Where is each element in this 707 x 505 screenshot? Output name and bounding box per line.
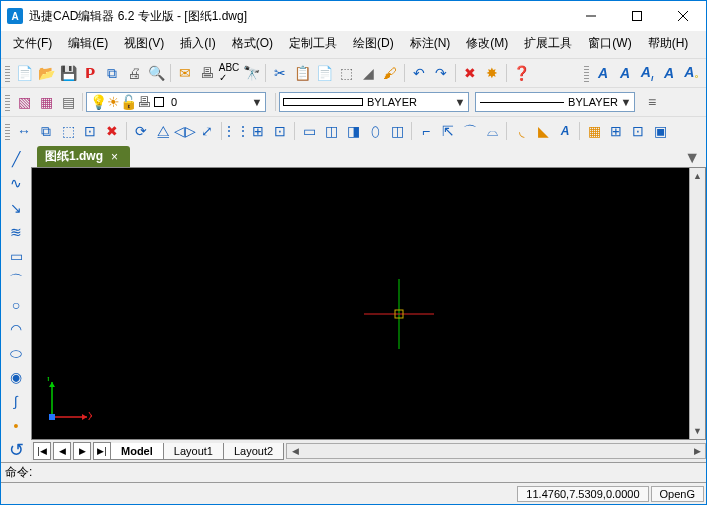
tab-nav-prev-icon[interactable]: ◀ <box>53 442 71 460</box>
array-path-icon[interactable]: ⊞ <box>247 120 269 142</box>
point-icon[interactable]: • <box>5 416 27 436</box>
construction-line-icon[interactable]: ↘ <box>5 197 27 217</box>
cube-icon[interactable]: ◫ <box>320 120 342 142</box>
copy-icon[interactable]: 📋 <box>291 62 313 84</box>
box3d-icon[interactable]: ▭ <box>298 120 320 142</box>
edit-hatch-icon[interactable]: ▦ <box>583 120 605 142</box>
undo-icon[interactable]: ↶ <box>408 62 430 84</box>
grip-edit-icon[interactable]: ⊡ <box>79 120 101 142</box>
delete2-icon[interactable]: ✖ <box>101 120 123 142</box>
scroll-left-icon[interactable]: ◀ <box>287 444 303 458</box>
toolbar-grip[interactable] <box>5 122 10 140</box>
menu-format[interactable]: 格式(O) <box>224 33 281 54</box>
multiline-icon[interactable]: ≋ <box>5 222 27 242</box>
command-line[interactable]: 命令: <box>1 462 706 482</box>
array-rect-icon[interactable]: ⋮⋮ <box>225 120 247 142</box>
scale-icon[interactable]: ⤢ <box>196 120 218 142</box>
menu-window[interactable]: 窗口(W) <box>580 33 639 54</box>
refresh-icon[interactable]: ↺ <box>5 440 27 460</box>
tab-layout2[interactable]: Layout2 <box>223 443 284 460</box>
clear-icon[interactable]: ◢ <box>357 62 379 84</box>
menu-draw[interactable]: 绘图(D) <box>345 33 402 54</box>
join-icon[interactable]: ⌓ <box>481 120 503 142</box>
tab-layout1[interactable]: Layout1 <box>163 443 224 460</box>
vertical-scrollbar[interactable]: ▲ ▼ <box>689 168 705 439</box>
save-all-icon[interactable]: ⧉ <box>101 62 123 84</box>
mirror2-icon[interactable]: ◁▷ <box>174 120 196 142</box>
publish-icon[interactable]: 🖶 <box>196 62 218 84</box>
menu-dimension[interactable]: 标注(N) <box>402 33 459 54</box>
menu-modify[interactable]: 修改(M) <box>458 33 516 54</box>
explode-icon[interactable]: ✸ <box>481 62 503 84</box>
menu-help[interactable]: 帮助(H) <box>640 33 697 54</box>
tab-nav-next-icon[interactable]: ▶ <box>73 442 91 460</box>
print-preview-icon[interactable]: 🔍 <box>145 62 167 84</box>
tab-nav-last-icon[interactable]: ▶| <box>93 442 111 460</box>
spellcheck-icon[interactable]: ABC✓ <box>218 62 240 84</box>
circle-icon[interactable]: ○ <box>5 294 27 314</box>
edit-attr-icon[interactable]: ⊡ <box>627 120 649 142</box>
close-tab-icon[interactable]: × <box>111 150 118 164</box>
edit-block-icon[interactable]: ⊞ <box>605 120 627 142</box>
menu-view[interactable]: 视图(V) <box>116 33 172 54</box>
layer-combo[interactable]: 💡 ☀ 🔓 🖶 0 ▼ <box>86 92 266 112</box>
wedge-icon[interactable]: ◨ <box>342 120 364 142</box>
move-icon[interactable]: ↔ <box>13 120 35 142</box>
layer-manager-icon[interactable]: ▧ <box>13 91 35 113</box>
toolbar-grip[interactable] <box>5 64 10 82</box>
cone-icon[interactable]: ◫ <box>386 120 408 142</box>
extend-icon[interactable]: ⇱ <box>437 120 459 142</box>
cylinder-icon[interactable]: ⬯ <box>364 120 386 142</box>
maximize-button[interactable] <box>614 1 660 31</box>
align-icon[interactable]: ⊡ <box>269 120 291 142</box>
text-style-a5-icon[interactable]: A° <box>680 62 702 84</box>
horizontal-scrollbar[interactable]: ◀ ▶ <box>286 443 706 459</box>
tab-nav-first-icon[interactable]: |◀ <box>33 442 51 460</box>
edit-text-icon[interactable]: A <box>554 120 576 142</box>
offset-icon[interactable]: ⬚ <box>57 120 79 142</box>
rotate-icon[interactable]: ⟳ <box>130 120 152 142</box>
donut-icon[interactable]: ◉ <box>5 367 27 387</box>
email-icon[interactable]: ✉ <box>174 62 196 84</box>
polyline-icon[interactable]: ∿ <box>5 173 27 193</box>
menu-extend-tools[interactable]: 扩展工具 <box>516 33 580 54</box>
scroll-up-icon[interactable]: ▲ <box>690 168 705 184</box>
close-button[interactable] <box>660 1 706 31</box>
trim-icon[interactable]: ⌐ <box>415 120 437 142</box>
pdf-export-icon[interactable]: 𝗣 <box>79 62 101 84</box>
minimize-button[interactable] <box>568 1 614 31</box>
lineweight-settings-icon[interactable]: ≡ <box>641 91 663 113</box>
chevron-down-icon[interactable]: ▼ <box>249 96 265 108</box>
toolbar-grip[interactable] <box>5 93 10 111</box>
line-icon[interactable]: ╱ <box>5 149 27 169</box>
paste-icon[interactable]: 📄 <box>313 62 335 84</box>
text-style-a2-icon[interactable]: A <box>614 62 636 84</box>
menu-insert[interactable]: 插入(I) <box>172 33 223 54</box>
break-icon[interactable]: ⌒ <box>459 120 481 142</box>
copy-obj-icon[interactable]: ⧉ <box>35 120 57 142</box>
chevron-down-icon[interactable]: ▼ <box>452 96 468 108</box>
menu-file[interactable]: 文件(F) <box>5 33 60 54</box>
scroll-down-icon[interactable]: ▼ <box>690 423 705 439</box>
text-style-a3-icon[interactable]: AI <box>636 62 658 84</box>
save-icon[interactable]: 💾 <box>57 62 79 84</box>
scroll-right-icon[interactable]: ▶ <box>689 444 705 458</box>
ellipse-arc-icon[interactable]: ◠ <box>5 319 27 339</box>
spline-icon[interactable]: ∫ <box>5 391 27 411</box>
menu-custom-tools[interactable]: 定制工具 <box>281 33 345 54</box>
tabs-overflow-icon[interactable]: ▼ <box>678 149 706 167</box>
chamfer-icon[interactable]: ◣ <box>532 120 554 142</box>
toolbar-grip[interactable] <box>584 64 589 82</box>
layer-freeze-icon[interactable]: ▤ <box>57 91 79 113</box>
cut-icon[interactable]: ✂ <box>269 62 291 84</box>
redo-icon[interactable]: ↷ <box>430 62 452 84</box>
text-style-a4-icon[interactable]: A <box>658 62 680 84</box>
delete-icon[interactable]: ✖ <box>459 62 481 84</box>
menu-edit[interactable]: 编辑(E) <box>60 33 116 54</box>
tab-model[interactable]: Model <box>110 443 164 460</box>
open-icon[interactable]: 📂 <box>35 62 57 84</box>
drawing-canvas[interactable]: X Y ▲ ▼ <box>31 167 706 440</box>
chevron-down-icon[interactable]: ▼ <box>618 96 634 108</box>
doc-tab-active[interactable]: 图纸1.dwg × <box>37 146 130 167</box>
fillet-icon[interactable]: ◟ <box>510 120 532 142</box>
